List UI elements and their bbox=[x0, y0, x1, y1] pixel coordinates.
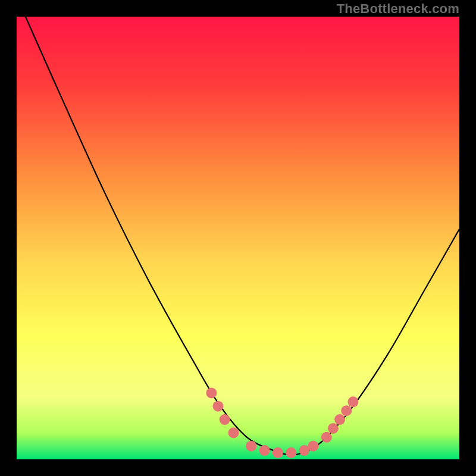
highlight-dot bbox=[213, 401, 224, 412]
watermark-text: TheBottleneck.com bbox=[337, 1, 459, 17]
highlight-dot bbox=[347, 396, 358, 407]
highlight-dot bbox=[246, 441, 256, 452]
highlight-dot bbox=[308, 441, 318, 452]
plot-area bbox=[17, 17, 459, 459]
highlight-dot bbox=[321, 432, 332, 443]
chart-svg bbox=[17, 17, 459, 459]
highlight-dot bbox=[341, 405, 352, 416]
highlight-dot bbox=[228, 427, 239, 438]
highlight-dot bbox=[328, 423, 339, 434]
gradient-background bbox=[17, 17, 459, 459]
highlight-dot bbox=[334, 414, 345, 425]
highlight-dot bbox=[220, 414, 230, 425]
chart-frame: TheBottleneck.com bbox=[0, 0, 476, 476]
highlight-dot bbox=[206, 387, 217, 398]
highlight-dot bbox=[286, 447, 296, 458]
highlight-dot bbox=[273, 447, 283, 458]
highlight-dot bbox=[259, 445, 270, 456]
